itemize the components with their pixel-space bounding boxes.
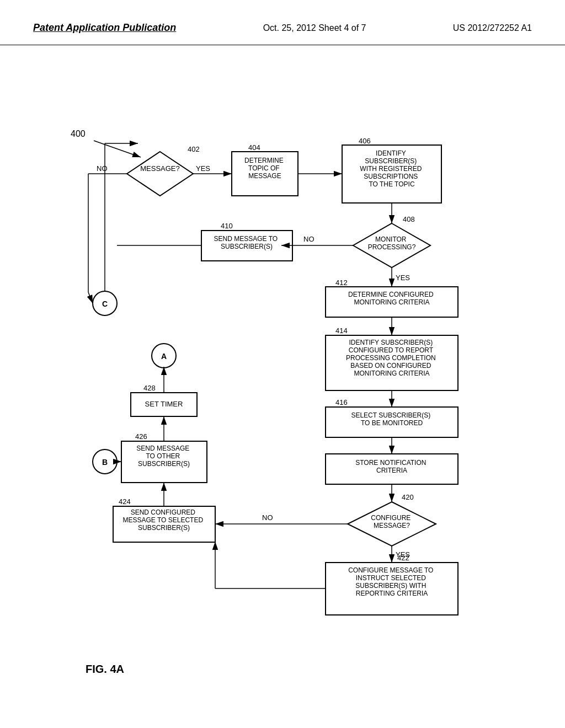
text-A: A xyxy=(161,352,167,361)
label-402: 402 xyxy=(188,145,200,153)
label-422: 422 xyxy=(397,554,409,562)
date-sheet-label: Oct. 25, 2012 Sheet 4 of 7 xyxy=(263,23,366,33)
text-412: DETERMINE CONFIGURED MONITORING CRITERIA xyxy=(348,291,435,306)
text-406: IDENTIFY SUBSCRIBER(S) WITH REGISTERED S… xyxy=(360,149,423,188)
label-410: 410 xyxy=(221,222,233,230)
label-416: 416 xyxy=(335,398,348,406)
figure-label: FIG. 4A xyxy=(86,663,124,675)
no-label-402: NO xyxy=(97,164,108,173)
label-412: 412 xyxy=(335,279,348,287)
text-404: DETERMINE TOPIC OF MESSAGE xyxy=(244,157,285,180)
page-header: Patent Application Publication Oct. 25, … xyxy=(0,0,565,45)
diagram-area: 400 MESSAGE? 402 NO YES DETERMINE TOPIC … xyxy=(33,55,532,695)
text-410: SEND MESSAGE TO SUBSCRIBER(S) xyxy=(214,235,280,250)
text-428: SET TIMER xyxy=(145,400,183,408)
label-414: 414 xyxy=(335,326,348,335)
no-label-408: NO xyxy=(303,235,315,243)
text-408: MONITOR PROCESSING? xyxy=(368,235,416,251)
diamond-402 xyxy=(127,152,193,196)
page: Patent Application Publication Oct. 25, … xyxy=(0,0,565,728)
label-420: 420 xyxy=(402,493,414,501)
label-408: 408 xyxy=(403,215,415,223)
text-424: SEND CONFIGURED MESSAGE TO SELECTED SUBS… xyxy=(123,508,205,532)
yes-label-408: YES xyxy=(396,274,410,282)
yes-label-402: YES xyxy=(196,164,210,173)
text-422: CONFIGURE MESSAGE TO INSTRUCT SELECTED S… xyxy=(348,566,435,597)
patent-number-label: US 2012/272252 A1 xyxy=(453,23,532,33)
text-B: B xyxy=(102,458,108,467)
text-426: SEND MESSAGE TO OTHER SUBSCRIBER(S) xyxy=(136,445,191,468)
text-416: SELECT SUBSCRIBER(S) TO BE MONITORED xyxy=(351,411,432,427)
label-426: 426 xyxy=(135,432,147,441)
flowchart-svg: 400 MESSAGE? 402 NO YES DETERMINE TOPIC … xyxy=(33,55,532,695)
line-no-to-C xyxy=(88,292,93,303)
text-420: CONFIGURE MESSAGE? xyxy=(371,514,412,529)
text-418: STORE NOTIFICATION CRITERIA xyxy=(355,459,428,474)
label-404: 404 xyxy=(248,143,260,152)
text-C: C xyxy=(102,299,108,308)
publication-label: Patent Application Publication xyxy=(33,22,176,34)
label-424: 424 xyxy=(119,497,131,506)
text-402-1: MESSAGE? xyxy=(140,164,180,173)
no-label-420: NO xyxy=(262,513,273,522)
label-400: 400 xyxy=(71,129,86,138)
label-428: 428 xyxy=(143,384,156,392)
text-414: IDENTIFY SUBSCRIBER(S) CONFIGURED TO REP… xyxy=(346,339,438,377)
label-406: 406 xyxy=(359,137,371,145)
